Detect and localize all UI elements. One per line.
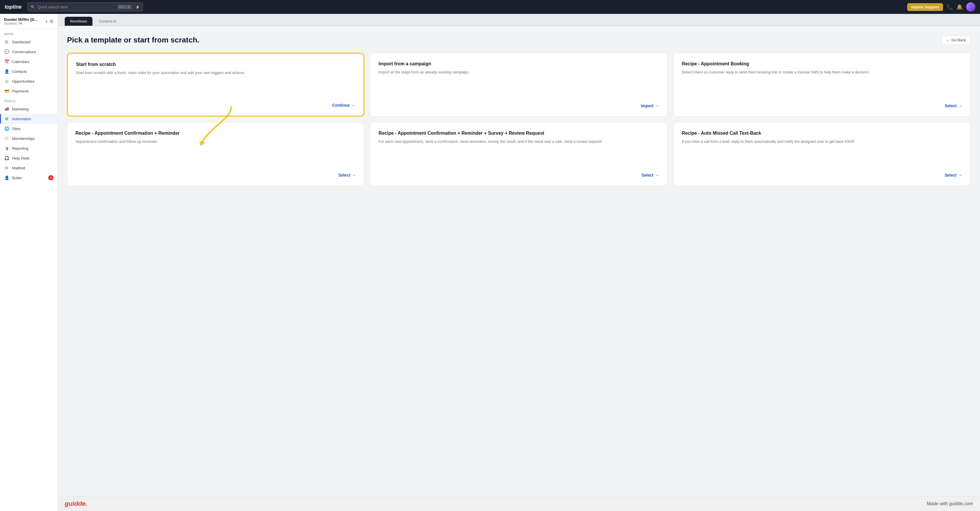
card-recipe-appointment-booking[interactable]: Recipe - Appointment Booking Detect inte…	[673, 53, 971, 116]
user-icon: 👤	[4, 175, 9, 180]
card-desc: Start from scratch with a fresh, clean s…	[76, 70, 355, 97]
top-navigation: topline 🔍 Quick search here Ctrl + K ⚡ t…	[0, 0, 980, 14]
piechart-icon: ◑	[4, 146, 9, 151]
arrow-right-icon: →	[655, 103, 659, 108]
sidebar-item-butler[interactable]: 👤 Butler 4	[0, 173, 57, 183]
card-import-campaign[interactable]: Import from a campaign Import all the st…	[370, 53, 667, 116]
tab-content-ai[interactable]: Content AI	[94, 17, 122, 26]
select-label: Select	[945, 173, 956, 177]
support-button[interactable]: topline Support	[907, 3, 943, 11]
target-icon: ◎	[4, 79, 9, 84]
card-title: Recipe - Appointment Confirmation + Remi…	[75, 131, 356, 136]
card-start-from-scratch[interactable]: Start from scratch Start from scratch wi…	[67, 53, 364, 116]
arrow-left-icon: ←	[946, 38, 950, 42]
layout-icon[interactable]: ⊞	[50, 19, 53, 24]
search-placeholder: Quick search here	[38, 5, 68, 9]
headset-icon: 🎧	[4, 156, 9, 161]
select-link[interactable]: Select →	[945, 103, 963, 108]
card-desc: Import all the steps from an already exi…	[379, 69, 659, 98]
avatar[interactable]	[966, 2, 975, 11]
card-title: Import from a campaign	[379, 61, 659, 67]
arrow-right-icon: →	[655, 173, 659, 177]
card-desc: If you miss a call from a lead, reply to…	[682, 139, 963, 167]
import-label: Import	[641, 103, 654, 108]
chevron-down-icon: ▾	[46, 19, 48, 24]
workspace-name: Dunder Mifflin [D...	[4, 18, 43, 22]
calendar-icon: 📅	[4, 59, 9, 64]
import-link[interactable]: Import →	[641, 103, 659, 108]
card-action: Select →	[75, 167, 356, 177]
card-action: Select →	[379, 167, 659, 177]
main-layout: Dunder Mifflin [D... Scranton, PA ▾ ⊞ Ap…	[0, 14, 980, 511]
grid-icon: ⊞	[4, 39, 9, 45]
globe-icon: 🌐	[4, 126, 9, 131]
sidebar-item-label: Opportunities	[12, 79, 34, 84]
sidebar-item-memberships[interactable]: 🛡 Memberships	[0, 134, 57, 143]
card-recipe-auto-missed-call[interactable]: Recipe - Auto Missed Call Text-Back If y…	[673, 122, 971, 186]
sidebar-item-dashboard[interactable]: ⊞ Dashboard	[0, 37, 57, 47]
sidebar-item-label: Dashboard	[12, 40, 30, 44]
workspace-selector[interactable]: Dunder Mifflin [D... Scranton, PA ▾ ⊞	[0, 14, 57, 29]
select-link[interactable]: Select →	[945, 173, 963, 177]
arrow-right-icon: →	[351, 103, 355, 108]
sidebar-item-conversations[interactable]: 💬 Conversations	[0, 47, 57, 57]
card-desc: For each new appointment, send a confirm…	[379, 139, 659, 167]
sidebar-item-opportunities[interactable]: ◎ Opportunities	[0, 76, 57, 86]
sidebar-item-label: Marketing	[12, 107, 29, 111]
person-icon: 👤	[4, 69, 9, 74]
go-back-button[interactable]: ← Go Back	[941, 35, 971, 45]
sidebar-item-mailfold[interactable]: ✉ Mailfold	[0, 163, 57, 173]
continue-link[interactable]: Continue →	[332, 103, 356, 108]
topnav-right-section: topline Support 📞 🔔	[907, 2, 975, 11]
phone-icon[interactable]: 📞	[947, 4, 953, 10]
sidebar-item-reporting[interactable]: ◑ Reporting	[0, 143, 57, 153]
search-icon: 🔍	[30, 5, 35, 9]
chat-icon: 💬	[4, 49, 9, 54]
page-title: Pick a template or start from scratch.	[67, 35, 199, 45]
main-content: Workflows Content AI Pick a template or …	[58, 14, 980, 511]
bell-icon[interactable]: 🔔	[956, 4, 963, 10]
megaphone-icon: 📣	[4, 107, 9, 111]
tab-bar: Workflows Content AI	[58, 14, 980, 26]
sidebar-item-label: Help Desk	[12, 156, 29, 161]
shield-icon: 🛡	[4, 136, 9, 141]
card-desc: Appointment confirmation and follow up r…	[75, 139, 356, 167]
sidebar-item-payments[interactable]: 💳 Payments	[0, 86, 57, 96]
search-shortcut: Ctrl + K	[118, 5, 132, 9]
card-title: Recipe - Auto Missed Call Text-Back	[682, 131, 963, 136]
app-logo: topline	[5, 4, 22, 10]
workspace-sub: Scranton, PA	[4, 22, 43, 25]
card-title: Recipe - Appointment Confirmation + Remi…	[379, 131, 659, 136]
templates-grid: Start from scratch Start from scratch wi…	[67, 53, 971, 186]
guidde-footer: guidde. Made with guidde.com	[58, 496, 980, 511]
select-link[interactable]: Select →	[338, 173, 356, 177]
sidebar-item-sites[interactable]: 🌐 Sites	[0, 124, 57, 134]
lightning-icon: ⚡	[135, 5, 140, 9]
sidebar-item-helpdesk[interactable]: 🎧 Help Desk	[0, 153, 57, 163]
select-link[interactable]: Select →	[641, 173, 659, 177]
sidebar-item-label: Memberships	[12, 137, 35, 141]
guidde-tagline: Made with guidde.com	[927, 501, 973, 506]
search-bar[interactable]: 🔍 Quick search here Ctrl + K ⚡	[27, 2, 143, 11]
page-header: Pick a template or start from scratch. ←…	[67, 35, 971, 45]
guidde-logo: guidde.	[65, 500, 87, 508]
sidebar-item-label: Calendars	[12, 59, 29, 64]
sidebar-item-label: Payments	[12, 89, 29, 93]
sidebar-item-calendars[interactable]: 📅 Calendars	[0, 57, 57, 67]
sidebar-item-contacts[interactable]: 👤 Contacts	[0, 67, 57, 76]
card-action: Continue →	[76, 97, 355, 108]
select-label: Select	[641, 173, 653, 177]
arrow-right-icon: →	[958, 173, 963, 177]
go-back-label: Go Back	[951, 38, 966, 42]
gear-icon: ⚙	[4, 116, 9, 121]
card-title: Recipe - Appointment Booking	[682, 61, 963, 67]
arrow-right-icon: →	[958, 103, 963, 108]
card-recipe-appointment-survey[interactable]: Recipe - Appointment Confirmation + Remi…	[370, 122, 667, 186]
sidebar-item-marketing[interactable]: 📣 Marketing	[0, 104, 57, 114]
sidebar-item-automation[interactable]: ⚙ Automation	[0, 114, 57, 124]
card-recipe-appointment-confirmation[interactable]: Recipe - Appointment Confirmation + Remi…	[67, 122, 364, 186]
mail-icon: ✉	[4, 165, 9, 170]
tab-workflows[interactable]: Workflows	[65, 17, 92, 26]
sidebar-item-label: Reporting	[12, 146, 28, 151]
card-desc: Detect intent on customer reply to send …	[682, 69, 963, 98]
